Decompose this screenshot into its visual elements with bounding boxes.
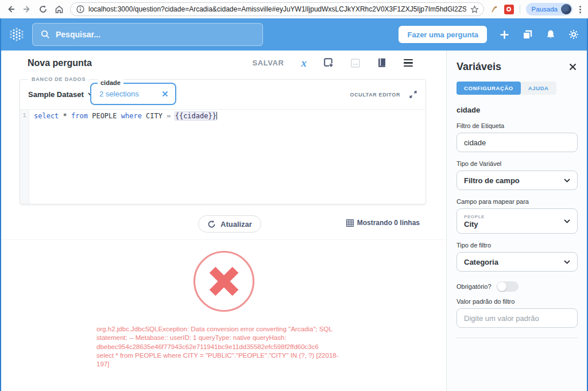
- variable-type-label: Tipo de Variável: [457, 160, 578, 167]
- filter-type-label: Tipo de filtro: [457, 242, 578, 249]
- default-value-field: [457, 308, 578, 328]
- app-header: Pesquisar... Fazer uma pergunta: [0, 18, 588, 51]
- url-bar[interactable]: localhost:3000/question?cidade=Arcadia&c…: [70, 2, 484, 16]
- new-plus-icon[interactable]: [500, 30, 509, 40]
- field-to-map-table: PEOPLE: [464, 214, 485, 219]
- variable-name-heading: cidade: [457, 106, 578, 114]
- error-message: org.h2.jdbc.JdbcSQLException: Data conve…: [96, 325, 351, 369]
- row-count: Mostrando 0 linhas: [346, 219, 420, 227]
- save-button[interactable]: SALVAR: [252, 59, 284, 67]
- chrome-menu-icon[interactable]: [578, 5, 582, 14]
- filter-type-value: Categoria: [464, 258, 498, 266]
- error-x-icon: [192, 250, 256, 313]
- adblock-extension-icon[interactable]: [504, 5, 514, 14]
- alerts-bell-icon[interactable]: [546, 29, 556, 40]
- sidebar-title: Variáveis: [457, 61, 501, 73]
- toolbar-separator: [520, 5, 520, 14]
- variables-icon[interactable]: x: [301, 57, 307, 68]
- hide-editor-button[interactable]: OCULTAR EDITOR: [350, 92, 400, 98]
- sql-code-line[interactable]: select * from PEOPLE where CITY = {{cida…: [29, 110, 425, 204]
- data-reference-icon[interactable]: [377, 58, 386, 68]
- refresh-label: Atualizar: [220, 220, 252, 229]
- bookmark-star-icon[interactable]: [470, 5, 479, 14]
- label-filter-input[interactable]: [464, 138, 570, 147]
- editor-menu-icon[interactable]: [404, 59, 413, 67]
- default-value-label: Valor padrão do filtro: [457, 298, 578, 305]
- extension-icon[interactable]: [490, 5, 498, 14]
- chevron-down-icon: [564, 219, 570, 223]
- sidebar-divider: [457, 338, 578, 338]
- chevron-down-icon: [564, 179, 570, 183]
- settings-gear-icon[interactable]: [568, 29, 579, 40]
- native-query-editor: BANCO DE DADOS Sample Dataset cidade 2 s…: [20, 79, 426, 204]
- field-to-map-select[interactable]: PEOPLE City: [457, 208, 578, 234]
- chrome-profile-button[interactable]: Pausada: [526, 3, 572, 16]
- label-filter-label: Filtro de Etiqueta: [457, 122, 578, 129]
- required-toggle[interactable]: [497, 281, 519, 292]
- refresh-icon[interactable]: [38, 4, 48, 14]
- field-to-map-label: Campo para mapear para: [457, 198, 578, 205]
- sql-editor-area[interactable]: 1 select * from PEOPLE where CITY = {{ci…: [20, 109, 425, 204]
- variables-sidebar: Variáveis CONFIGURAÇÃO AJUDA cidade Filt…: [446, 51, 587, 391]
- variable-widget-value[interactable]: 2 selections: [99, 90, 139, 98]
- database-picker[interactable]: Sample Dataset: [28, 90, 94, 99]
- preview-icon[interactable]: [351, 59, 360, 68]
- search-input[interactable]: Pesquisar...: [32, 23, 263, 46]
- variable-type-select[interactable]: Filtro de campo: [457, 171, 578, 190]
- metabase-logo-icon[interactable]: [9, 27, 24, 42]
- add-to-dashboard-icon[interactable]: [324, 58, 334, 68]
- tab-ajuda[interactable]: AJUDA: [521, 82, 556, 95]
- filter-type-select[interactable]: Categoria: [457, 252, 578, 272]
- avatar: [561, 4, 571, 14]
- variable-type-value: Filtro de campo: [464, 176, 520, 185]
- required-label: Obrigatório?: [457, 283, 492, 290]
- window-border-left: [0, 18, 1, 391]
- browser-toolbar: localhost:3000/question?cidade=Arcadia&c…: [0, 0, 588, 18]
- default-value-input[interactable]: [464, 314, 570, 323]
- page-info-icon[interactable]: [76, 5, 84, 13]
- field-to-map-value: City: [464, 220, 485, 229]
- line-number: 1: [22, 112, 26, 119]
- search-placeholder: Pesquisar...: [56, 30, 100, 39]
- question-actions: SALVAR x: [252, 57, 413, 68]
- search-icon: [41, 30, 50, 39]
- table-grid-icon: [346, 219, 354, 227]
- back-icon[interactable]: [6, 4, 16, 14]
- page-title: Nova pergunta: [28, 58, 92, 68]
- clear-filter-icon[interactable]: [162, 91, 168, 97]
- close-sidebar-icon[interactable]: [568, 62, 578, 72]
- variable-filter-widget[interactable]: cidade 2 selections: [90, 83, 176, 105]
- label-filter-field: [457, 133, 578, 152]
- refresh-button[interactable]: Atualizar: [198, 215, 261, 233]
- database-name: Sample Dataset: [28, 90, 84, 99]
- url-text[interactable]: localhost:3000/question?cidade=Arcadia&c…: [88, 5, 466, 13]
- ask-question-button[interactable]: Fazer uma pergunta: [399, 26, 487, 43]
- chevron-down-icon: [564, 260, 570, 264]
- main-content: Nova pergunta SALVAR x BANCO DE DADOS Sa…: [1, 51, 446, 391]
- home-icon[interactable]: [54, 4, 64, 14]
- collections-icon[interactable]: [522, 29, 533, 40]
- profile-status-label: Pausada: [532, 6, 558, 13]
- collapse-editor-icon[interactable]: [409, 90, 417, 99]
- sidebar-tabs: CONFIGURAÇÃO AJUDA: [457, 82, 578, 95]
- row-count-label: Mostrando 0 linhas: [357, 219, 420, 227]
- tab-configuracao[interactable]: CONFIGURAÇÃO: [457, 82, 521, 95]
- refresh-query-icon: [207, 220, 216, 229]
- results-divider: [1, 239, 446, 240]
- line-number-gutter: 1: [20, 110, 29, 204]
- variable-widget-label: cidade: [98, 79, 123, 86]
- forward-icon[interactable]: [22, 4, 32, 14]
